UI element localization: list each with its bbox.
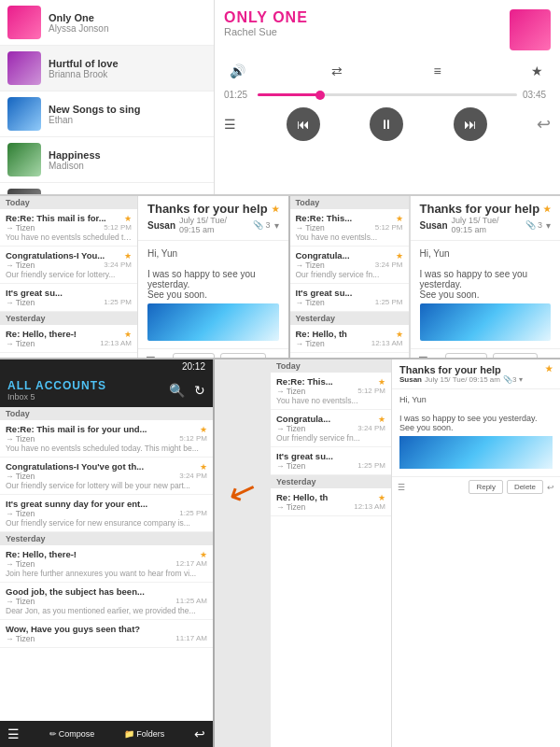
star-icon[interactable]: ★	[525, 58, 551, 84]
search-icon[interactable]: 🔍	[169, 383, 185, 398]
folders-button[interactable]: 📁 Folders	[124, 729, 164, 739]
star-icon[interactable]: ★	[543, 204, 551, 214]
undo-icon[interactable]: ↩	[272, 355, 281, 358]
email-list-item[interactable]: Re: Hello, there-! ★ → Tizen 12:13 AM	[0, 325, 137, 353]
transport-controls: ☰ ⏮ ⏸ ⏭ ↩	[224, 107, 551, 141]
attachment-badge: 📎 3	[253, 220, 270, 230]
pause-button[interactable]: ⏸	[370, 107, 403, 141]
next-button[interactable]: ⏭	[454, 107, 487, 141]
delete-button-2[interactable]: Delete	[493, 353, 538, 358]
menu-sm-icon[interactable]: ☰	[398, 483, 405, 492]
email-list-item[interactable]: Re:Re: This mail is for... ★ → Tizen 5:1…	[0, 209, 137, 247]
email-detail-header-2: Thanks for your help ★ Susan July 15/ Tu…	[411, 196, 561, 241]
email-detail-date: July 15/ Tue/ 09:15 am	[179, 216, 249, 234]
email-list-item[interactable]: It's great su... → Tizen 1:25 PM	[0, 284, 137, 312]
undo-icon[interactable]: ↩	[537, 114, 551, 134]
playlist-panel: Only One Alyssa Jonson Hurtful of love B…	[0, 0, 215, 194]
list-item[interactable]: It's great su... → Tizen 1:25 PM	[271, 447, 391, 475]
star-icon[interactable]: ★	[200, 425, 207, 434]
email-list-small-2: Today Re:Re: This... ★ → Tizen 5:12 PM Y…	[288, 196, 410, 358]
list-item[interactable]: Wow, Have you guys seen that? → Tizen 11…	[0, 620, 213, 648]
song-artist: Brianna Brook	[49, 69, 119, 79]
email-time: 1:25 PM	[375, 298, 403, 307]
star-icon[interactable]: ★	[124, 251, 132, 261]
undo-icon-2[interactable]: ↩	[543, 355, 553, 358]
email-time: 3:24 PM	[375, 261, 403, 270]
star-icon[interactable]: ★	[396, 214, 403, 223]
playlist-item[interactable]: Hurtful of love Brianna Brook	[0, 46, 214, 92]
playlist-item[interactable]: Happiness Madison	[0, 137, 214, 183]
star-icon[interactable]: ★	[200, 550, 207, 559]
list-item[interactable]: Good job, the subject has been... → Tize…	[0, 583, 213, 620]
back-icon[interactable]: ↩	[194, 726, 205, 741]
section-label-today-2: Today	[290, 196, 409, 209]
song-artist: Alyssa Jonson	[49, 23, 108, 34]
email-detail-small-2: Thanks for your help ★ Susan July 15/ Tu…	[410, 196, 561, 358]
list-item[interactable]: It's great sunny day for your ent... → T…	[0, 495, 213, 532]
compose-button[interactable]: ✏ Compose	[49, 729, 95, 739]
undo-sm-icon[interactable]: ↩	[547, 483, 554, 492]
delete-sm-button[interactable]: Delete	[507, 480, 543, 494]
star-icon[interactable]: ★	[396, 251, 403, 261]
delete-button[interactable]: Delete	[220, 353, 265, 358]
app-toolbar: ALL ACCOUNTS Inbox 5 🔍 ↻	[0, 374, 213, 407]
email-list-small-1: Today Re:Re: This mail is for... ★ → Tiz…	[0, 196, 138, 358]
star-icon[interactable]: ★	[378, 415, 385, 424]
playlist-item[interactable]: Only One Alyssa Jonson	[0, 0, 214, 46]
prev-button[interactable]: ⏮	[287, 107, 320, 141]
chevron-down-icon-2[interactable]: ▾	[546, 220, 551, 231]
playlist-item[interactable]: New Songs to sing Ethan	[0, 92, 214, 137]
bottom-section: 20:12 ALL ACCOUNTS Inbox 5 🔍 ↻ Today Re:…	[0, 359, 560, 747]
email-subject: Good job, the subject has been...	[6, 586, 207, 597]
app-bottombar: ☰ ✏ Compose 📁 Folders ↩	[0, 721, 213, 747]
email-app-list: Today Re:Re: This mail is for your und..…	[0, 407, 213, 721]
reply-button[interactable]: Reply	[173, 353, 215, 358]
email-body-text: Hi, YunI was so happy to see you yesterd…	[147, 248, 279, 300]
email-time: 1:25 PM	[179, 509, 207, 518]
email-sender: → Tizen	[276, 387, 305, 396]
track-info: Only One Alyssa Jonson	[49, 12, 108, 34]
star-icon[interactable]: ★	[545, 364, 553, 374]
list-item[interactable]: Congratulations-I You've got th... ★ → T…	[0, 458, 213, 495]
refresh-icon[interactable]: ↻	[194, 383, 205, 398]
status-time: 20:12	[182, 361, 205, 372]
menu-icon-2[interactable]: ☰	[418, 355, 428, 358]
email-list-item[interactable]: Congratulations-I You... ★ → Tizen 3:24 …	[0, 247, 137, 284]
email-list-item[interactable]: It's great su... → Tizen 1:25 PM	[290, 284, 409, 312]
email-list-item[interactable]: Re:Re: This... ★ → Tizen 5:12 PM You hav…	[290, 209, 409, 247]
star-icon[interactable]: ★	[272, 204, 279, 214]
email-subject: It's great su...	[276, 451, 385, 461]
reply-sm-button[interactable]: Reply	[469, 480, 502, 494]
chevron-sm[interactable]: ▾	[519, 375, 523, 384]
email-sender: → Tizen	[6, 339, 35, 348]
star-icon[interactable]: ★	[378, 377, 385, 387]
playlist-item[interactable]: Dancing with me The Parker	[0, 183, 214, 194]
email-list-item[interactable]: Congratula... ★ → Tizen 3:24 PM Our frie…	[290, 247, 409, 284]
reply-button-2[interactable]: Reply	[445, 353, 487, 358]
list-item[interactable]: Re: Hello, th ★ → Tizen 12:13 AM	[271, 488, 391, 516]
star-icon[interactable]: ★	[124, 330, 132, 339]
menu-icon[interactable]: ☰	[146, 355, 156, 358]
hamburger-icon[interactable]: ☰	[7, 726, 20, 741]
email-sender: → Tizen	[276, 461, 305, 471]
list-item[interactable]: Re:Re: This... ★ → Tizen 5:12 PM You hav…	[271, 373, 391, 410]
detail-meta-sm: Susan July 15/ Tue/ 09:15 am 📎3 ▾	[399, 375, 553, 384]
email-sender: → Tizen	[6, 472, 35, 481]
list-item[interactable]: Congratula... ★ → Tizen 3:24 PM Our frie…	[271, 410, 391, 447]
shuffle-icon[interactable]: ⇄	[324, 58, 350, 84]
progress-bar[interactable]	[258, 93, 517, 96]
list-item[interactable]: Re: Hello, there-! ★ → Tizen 12:17 AM Jo…	[0, 545, 213, 583]
star-icon[interactable]: ★	[200, 462, 207, 472]
star-icon[interactable]: ★	[396, 330, 403, 339]
volume-icon[interactable]: 🔊	[224, 58, 250, 84]
list-item[interactable]: Re:Re: This mail is for your und... ★ → …	[0, 420, 213, 458]
playlist-icon[interactable]: ≡	[425, 58, 451, 84]
email-time: 12:13 AM	[371, 339, 403, 348]
chevron-down-icon[interactable]: ▾	[274, 220, 279, 231]
star-icon[interactable]: ★	[378, 493, 385, 502]
email-subject: Congratulations-I You've got th...	[6, 461, 198, 472]
menu-icon[interactable]: ☰	[224, 117, 236, 132]
star-icon[interactable]: ★	[124, 214, 132, 223]
email-list-item[interactable]: Re: Hello, th ★ → Tizen 12:13 AM	[290, 325, 409, 353]
email-subject: Re:Re: This...	[276, 376, 376, 387]
